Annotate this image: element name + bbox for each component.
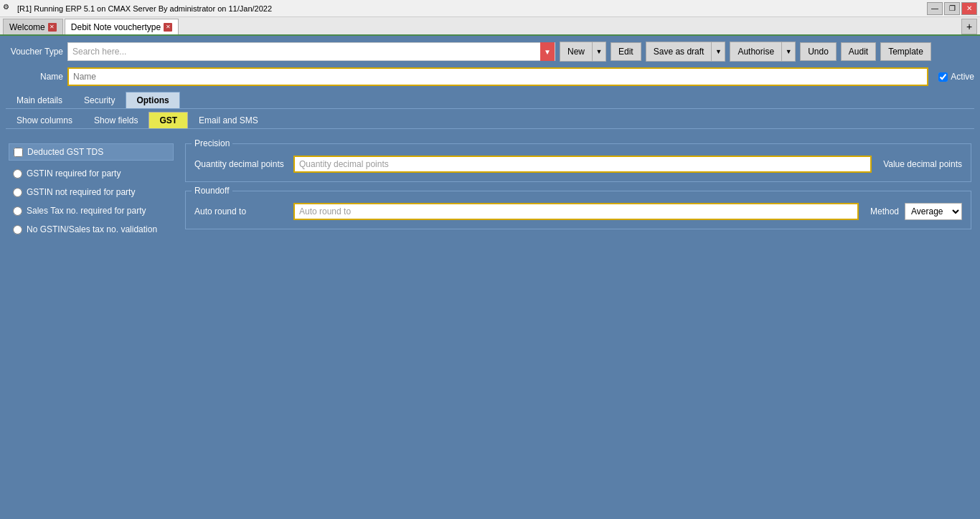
active-checkbox-group: Active <box>938 72 974 82</box>
method-label: Method <box>870 206 899 216</box>
gstin-not-required-row: GSTIN not required for party <box>9 185 174 199</box>
search-dropdown-button[interactable]: ▼ <box>540 42 555 61</box>
no-gstin-validation-row: No GSTIN/Sales tax no. validation <box>9 222 174 237</box>
sub-tab-email-sms[interactable]: Email and SMS <box>188 112 269 128</box>
toolbar: Voucher Type ▼ New ▼ Edit Save as draft … <box>6 42 974 62</box>
deducted-gst-tds-checkbox[interactable] <box>14 148 23 157</box>
quantity-decimal-label: Quantity decimal points <box>194 159 288 169</box>
tab-security[interactable]: Security <box>73 92 126 108</box>
auto-round-input[interactable] <box>293 203 859 220</box>
tab-welcome-close[interactable]: ✕ <box>48 23 57 32</box>
audit-button[interactable]: Audit <box>841 42 876 61</box>
form-content: Deducted GST TDS GSTIN required for part… <box>6 138 974 242</box>
precision-group: Precision Quantity decimal points Value … <box>185 143 971 182</box>
new-button[interactable]: New <box>560 42 593 61</box>
tab-debit-note-close[interactable]: ✕ <box>164 23 172 32</box>
roundoff-group: Roundoff Auto round to Method Average Up… <box>185 191 971 229</box>
active-label: Active <box>951 72 974 82</box>
right-panel: Precision Quantity decimal points Value … <box>185 143 971 237</box>
value-decimal-label: Value decimal points <box>883 159 962 169</box>
sales-tax-required-label: Sales Tax no. required for party <box>27 206 146 216</box>
template-button[interactable]: Template <box>880 42 931 61</box>
voucher-type-search[interactable]: ▼ <box>67 42 555 61</box>
voucher-type-label: Voucher Type <box>6 47 63 57</box>
method-select[interactable]: Average Up Down <box>905 203 962 220</box>
new-dropdown-arrow[interactable]: ▼ <box>593 42 606 61</box>
undo-button[interactable]: Undo <box>800 42 837 61</box>
sub-tab-show-columns[interactable]: Show columns <box>6 112 83 128</box>
app-icon: ⚙ <box>3 3 14 14</box>
gstin-not-required-radio[interactable] <box>13 188 22 197</box>
nav-tabs: Main details Security Options <box>6 92 974 109</box>
gstin-required-radio[interactable] <box>13 169 22 178</box>
authorise-button-group[interactable]: Authorise ▼ <box>730 42 796 62</box>
restore-button[interactable]: ❐ <box>944 2 960 15</box>
gstin-required-label: GSTIN required for party <box>27 168 121 178</box>
precision-title: Precision <box>192 138 232 148</box>
no-gstin-validation-label: No GSTIN/Sales tax no. validation <box>27 224 157 234</box>
left-panel: Deducted GST TDS GSTIN required for part… <box>9 143 174 237</box>
tab-debit-note-label: Debit Note vouchertype <box>71 22 161 32</box>
edit-button[interactable]: Edit <box>611 42 641 61</box>
save-as-draft-group[interactable]: Save as draft ▼ <box>646 42 726 62</box>
active-checkbox[interactable] <box>938 72 948 82</box>
deducted-gst-tds-label: Deducted GST TDS <box>27 147 103 157</box>
authorise-button[interactable]: Authorise <box>730 42 782 61</box>
sub-tab-show-fields[interactable]: Show fields <box>83 112 149 128</box>
close-button[interactable]: ✕ <box>961 2 977 15</box>
auto-round-row: Auto round to Method Average Up Down <box>194 203 962 220</box>
new-button-group[interactable]: New ▼ <box>560 42 606 62</box>
save-as-draft-arrow[interactable]: ▼ <box>712 42 725 61</box>
tab-welcome-label: Welcome <box>9 22 45 32</box>
sales-tax-required-row: Sales Tax no. required for party <box>9 204 174 218</box>
sub-tab-gst[interactable]: GST <box>149 112 188 128</box>
minimize-button[interactable]: — <box>927 2 943 15</box>
name-input[interactable] <box>67 67 928 86</box>
tab-main-details[interactable]: Main details <box>6 92 73 108</box>
quantity-decimal-input[interactable] <box>293 156 872 173</box>
quantity-decimal-row: Quantity decimal points Value decimal po… <box>194 156 962 173</box>
gstin-radio-group: GSTIN required for party GSTIN not requi… <box>9 166 174 237</box>
deducted-gst-tds-row: Deducted GST TDS <box>9 143 174 161</box>
auto-round-label: Auto round to <box>194 206 288 216</box>
window-title: [R1] Running ERP 5.1 on CMAX Server By a… <box>17 4 272 13</box>
main-content: Voucher Type ▼ New ▼ Edit Save as draft … <box>0 36 980 248</box>
tab-add-button[interactable]: + <box>961 19 977 34</box>
tab-debit-note[interactable]: Debit Note vouchertype ✕ <box>65 19 179 34</box>
name-row: Name Active <box>6 67 974 86</box>
title-bar: ⚙ [R1] Running ERP 5.1 on CMAX Server By… <box>0 0 980 17</box>
search-input[interactable] <box>68 47 540 57</box>
tab-welcome[interactable]: Welcome ✕ <box>3 19 63 34</box>
sub-tabs: Show columns Show fields GST Email and S… <box>6 112 974 129</box>
no-gstin-validation-radio[interactable] <box>13 225 22 234</box>
gstin-required-row: GSTIN required for party <box>9 166 174 181</box>
gstin-not-required-label: GSTIN not required for party <box>27 187 135 197</box>
save-as-draft-button[interactable]: Save as draft <box>646 42 712 61</box>
window-controls: — ❐ ✕ <box>927 2 977 15</box>
sales-tax-required-radio[interactable] <box>13 206 22 216</box>
tab-options[interactable]: Options <box>126 92 179 108</box>
tab-bar: Welcome ✕ Debit Note vouchertype ✕ + <box>0 17 980 36</box>
name-label: Name <box>6 72 63 82</box>
roundoff-title: Roundoff <box>192 186 232 196</box>
authorise-arrow[interactable]: ▼ <box>782 42 795 61</box>
